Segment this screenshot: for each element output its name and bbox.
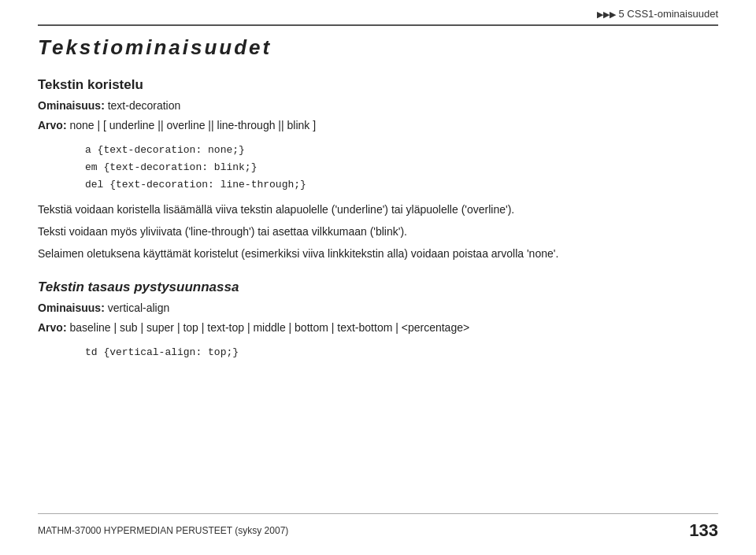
footer-page-number: 133 xyxy=(689,520,718,541)
page-title: Tekstiominaisuudet xyxy=(38,35,718,60)
footer-left: MATHM-37000 HYPERMEDIAN PERUSTEET (syksy… xyxy=(38,525,288,536)
section1-heading: Tekstin koristelu xyxy=(38,77,718,93)
body-text-3: Selaimen oletuksena käyttämät koristelut… xyxy=(38,246,718,263)
value-text-content-2: baseline | sub | super | top | text-top … xyxy=(69,321,469,334)
value-line-2: Arvo: baseline | sub | super | top | tex… xyxy=(38,320,718,336)
value-label-1: Arvo: xyxy=(38,119,67,131)
body-text-2: Teksti voidaan myös yliviivata ('line-th… xyxy=(38,224,718,241)
code-line-4: td {vertical-align: top;} xyxy=(85,344,718,361)
code-line-1: a {text-decoration: none;} xyxy=(85,142,718,159)
value-label-2: Arvo: xyxy=(38,321,67,334)
body-text-1: Tekstiä voidaan koristella lisäämällä vi… xyxy=(38,202,718,219)
page-container: ▶▶▶ 5 CSS1-ominaisuudet Tekstiominaisuud… xyxy=(0,0,756,555)
header: ▶▶▶ 5 CSS1-ominaisuudet xyxy=(38,0,718,24)
property-line-2: Ominaisuus: vertical-align xyxy=(38,300,718,316)
chapter-text: 5 CSS1-ominaisuudet xyxy=(619,8,718,20)
section-vertical: Tekstin tasaus pystysuunnassa Ominaisuus… xyxy=(38,279,718,361)
property-label-2: Ominaisuus: xyxy=(38,302,105,314)
property-label-1: Ominaisuus: xyxy=(38,99,105,112)
code-block-1: a {text-decoration: none;} em {text-deco… xyxy=(85,142,718,194)
code-block-2: td {vertical-align: top;} xyxy=(85,344,718,361)
code-line-3: del {text-decoration: line-through;} xyxy=(85,176,718,194)
property-value-text-1: text-decoration xyxy=(108,99,181,112)
chapter-label: ▶▶▶ 5 CSS1-ominaisuudet xyxy=(597,8,718,20)
value-line-1: Arvo: none | [ underline || overline || … xyxy=(38,117,718,134)
code-line-2: em {text-decoration: blink;} xyxy=(85,159,718,176)
property-value-text-2: vertical-align xyxy=(108,302,170,314)
section-koristelu: Tekstin koristelu Ominaisuus: text-decor… xyxy=(38,77,718,262)
property-line-1: Ominaisuus: text-decoration xyxy=(38,98,718,114)
section2-heading: Tekstin tasaus pystysuunnassa xyxy=(38,279,718,295)
arrows-icon: ▶▶▶ xyxy=(597,9,616,19)
page-title-section: Tekstiominaisuudet xyxy=(38,24,718,60)
footer: MATHM-37000 HYPERMEDIAN PERUSTEET (syksy… xyxy=(38,513,718,541)
value-text-content-1: none | [ underline || overline || line-t… xyxy=(69,119,316,131)
